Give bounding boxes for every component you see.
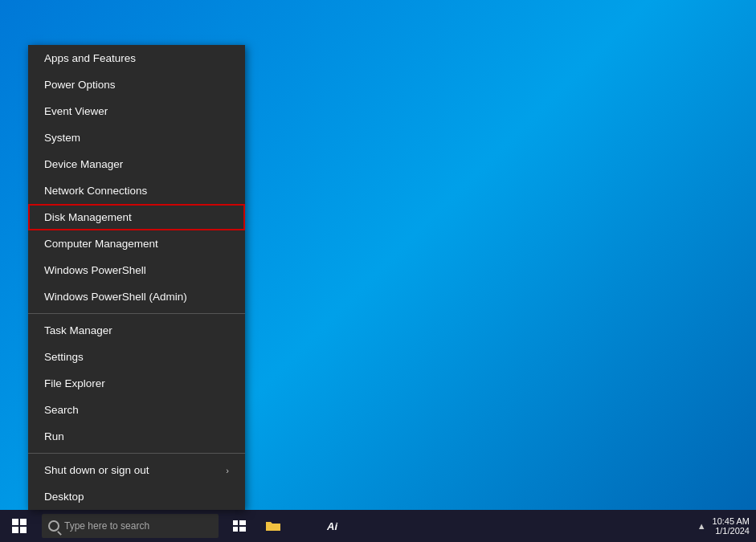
menu-item-disk-management[interactable]: Disk Management bbox=[28, 204, 245, 230]
menu-item-apps-features[interactable]: Apps and Features bbox=[28, 45, 245, 71]
taskbar: Type here to search Ai bbox=[0, 510, 756, 542]
menu-item-power-options[interactable]: Power Options bbox=[28, 71, 245, 98]
menu-item-desktop[interactable]: Desktop bbox=[28, 483, 245, 510]
menu-item-search[interactable]: Search bbox=[28, 397, 245, 423]
menu-item-system[interactable]: System bbox=[28, 124, 245, 151]
start-button[interactable] bbox=[0, 510, 39, 542]
search-icon bbox=[48, 520, 59, 532]
menu-divider-2 bbox=[28, 453, 245, 454]
menu-item-task-manager[interactable]: Task Manager bbox=[28, 317, 245, 344]
menu-item-windows-powershell[interactable]: Windows PowerShell bbox=[28, 257, 245, 283]
menu-divider-1 bbox=[28, 313, 245, 314]
context-menu: Apps and Features Power Options Event Vi… bbox=[28, 45, 245, 510]
menu-item-run[interactable]: Run bbox=[28, 423, 245, 450]
taskbar-search-bar[interactable]: Type here to search bbox=[42, 514, 219, 538]
tray-icons: ▲ bbox=[697, 521, 706, 531]
file-explorer-taskbar-button[interactable] bbox=[257, 510, 289, 542]
menu-item-windows-powershell-admin[interactable]: Windows PowerShell (Admin) bbox=[28, 283, 245, 310]
taskbar-tray: ▲ 10:45 AM1/1/2024 bbox=[697, 516, 756, 536]
desktop: Apps and Features Power Options Event Vi… bbox=[0, 0, 756, 542]
menu-item-computer-management[interactable]: Computer Management bbox=[28, 230, 245, 257]
menu-item-file-explorer[interactable]: File Explorer bbox=[28, 370, 245, 397]
clock: 10:45 AM1/1/2024 bbox=[713, 516, 750, 536]
svg-rect-1 bbox=[239, 520, 246, 525]
submenu-arrow-icon: › bbox=[226, 466, 229, 475]
menu-item-settings[interactable]: Settings bbox=[28, 344, 245, 370]
menu-item-shut-down[interactable]: Shut down or sign out › bbox=[28, 457, 245, 483]
menu-item-network-connections[interactable]: Network Connections bbox=[28, 177, 245, 204]
menu-item-event-viewer[interactable]: Event Viewer bbox=[28, 98, 245, 124]
ai-button[interactable]: Ai bbox=[315, 510, 349, 542]
menu-item-device-manager[interactable]: Device Manager bbox=[28, 151, 245, 177]
svg-rect-0 bbox=[233, 520, 238, 525]
svg-rect-2 bbox=[233, 527, 238, 532]
svg-rect-3 bbox=[239, 527, 246, 532]
taskbar-icons bbox=[223, 510, 289, 542]
windows-logo-icon bbox=[12, 519, 27, 533]
task-view-button[interactable] bbox=[223, 510, 255, 542]
